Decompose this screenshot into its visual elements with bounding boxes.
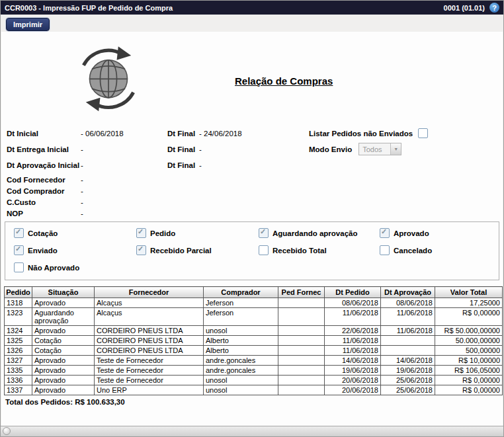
table-cell: 500,00000 <box>435 346 503 356</box>
listar-pedidos-label: Listar Pedidos não Enviados <box>309 130 413 138</box>
checkbox-icon[interactable] <box>259 245 269 255</box>
filter-row-dt-entrega: Dt Entrega Inicial - Dt Final - Modo Env… <box>7 143 497 155</box>
table-cell <box>278 356 325 366</box>
table-cell: Jeferson <box>204 308 278 326</box>
table-cell: Aprovado <box>32 376 95 385</box>
status-filter-item: Aguardando aprovação <box>259 228 380 238</box>
checkbox-icon[interactable] <box>136 228 146 238</box>
checkbox-icon[interactable] <box>259 228 269 238</box>
status-filter-label: Não Aprovado <box>28 264 79 272</box>
filter-row-nop: NOP - <box>7 208 497 218</box>
filter-value: - <box>81 210 167 218</box>
table-cell: 1324 <box>5 326 32 336</box>
scrollbar-thumb[interactable] <box>3 427 11 435</box>
table-cell: 1337 <box>5 385 32 395</box>
table-cell: CORDEIRO PNEUS LTDA <box>95 326 204 336</box>
modo-envio-label: Modo Envio <box>309 145 352 153</box>
filter-row-cod-fornecedor: Cod Fornecedor - <box>7 175 497 184</box>
filter-value: - 24/06/2018 <box>199 130 309 138</box>
table-row: 1325CotaçãoCORDEIRO PNEUS LTDAAlberto11/… <box>5 336 503 346</box>
modo-envio-value: Todos <box>359 145 390 153</box>
table-cell: 11/06/2018 <box>325 308 381 326</box>
table-cell: Jeferson <box>204 298 278 308</box>
checkbox-icon[interactable] <box>14 228 24 238</box>
table-row: 1323Aguardando aprovaçãoAlcaçusJeferson1… <box>5 308 503 326</box>
status-filter-item: Recebido Parcial <box>136 245 259 255</box>
checkbox-icon[interactable] <box>380 245 390 255</box>
listar-pedidos-checkbox[interactable] <box>418 128 428 138</box>
modo-envio-select[interactable]: Todos ▼ <box>358 143 401 155</box>
column-header: Dt Pedido <box>325 287 381 298</box>
table-cell: CORDEIRO PNEUS LTDA <box>95 346 204 356</box>
status-filter-grid: CotaçãoPedidoAguardando aprovaçãoAprovad… <box>14 228 490 272</box>
table-cell: 22/06/2018 <box>325 326 381 336</box>
table-cell: 14/06/2018 <box>325 356 381 366</box>
sync-globe-logo <box>71 36 146 119</box>
table-cell <box>278 385 325 395</box>
status-filter-item: Cotação <box>14 228 136 238</box>
filter-label: Dt Final <box>167 130 199 138</box>
table-cell <box>381 336 435 346</box>
table-cell: R$ 50.000,00000 <box>435 326 503 336</box>
table-cell: 25/06/2018 <box>381 376 435 385</box>
table-cell: 11/06/2018 <box>325 346 381 356</box>
table-cell: Alberto <box>204 336 278 346</box>
table-cell: 1326 <box>5 346 32 356</box>
table-cell: R$ 10,00000 <box>435 356 503 366</box>
chevron-down-icon: ▼ <box>390 143 401 155</box>
filter-label: Dt Entrega Inicial <box>7 145 81 153</box>
table-cell: Alcaçus <box>95 298 204 308</box>
checkbox-icon[interactable] <box>14 262 24 272</box>
table-cell: 20/06/2018 <box>325 376 381 385</box>
table-cell <box>278 346 325 356</box>
column-header: Ped Fornec <box>278 287 325 298</box>
table-cell: 19/06/2018 <box>325 366 381 376</box>
table-cell: Aprovado <box>32 298 95 308</box>
filter-value: - 06/06/2018 <box>81 130 167 138</box>
table-cell: Uno ERP <box>95 385 204 395</box>
table-cell: R$ 0,00000 <box>435 385 503 395</box>
report-title: Relação de Compras <box>235 75 333 87</box>
table-cell: unosol <box>204 376 278 385</box>
filter-value: - <box>199 145 309 153</box>
table-cell: 50.000,00000 <box>435 336 503 346</box>
column-header: Fornecedor <box>95 287 204 298</box>
table-cell: andre.goncales <box>204 366 278 376</box>
table-cell: 1325 <box>5 336 32 346</box>
status-filter-item: Enviado <box>14 245 136 255</box>
print-button[interactable]: Imprimir <box>6 18 50 31</box>
horizontal-scrollbar[interactable] <box>1 426 503 436</box>
filter-label: Dt Final <box>167 161 199 169</box>
listar-pedidos-group: Listar Pedidos não Enviados <box>309 128 428 138</box>
filter-row-cod-comprador: Cod Comprador - <box>7 186 497 196</box>
status-filter-item: Pedido <box>136 228 259 238</box>
checkbox-icon[interactable] <box>380 228 390 238</box>
status-filter-box: CotaçãoPedidoAguardando aprovaçãoAprovad… <box>5 221 499 280</box>
filter-value: - <box>81 187 167 195</box>
column-header: Valor Total <box>435 287 503 298</box>
table-cell: Teste de Fornecedor <box>95 376 204 385</box>
table-cell: unosol <box>204 385 278 395</box>
filter-row-ccusto: C.Custo - <box>7 197 497 207</box>
modo-envio-group: Modo Envio Todos ▼ <box>309 143 401 155</box>
table-header-row: PedidoSituaçãoFornecedorCompradorPed For… <box>5 287 503 298</box>
column-header: Pedido <box>5 287 32 298</box>
checkbox-icon[interactable] <box>14 245 24 255</box>
table-cell: 14/06/2018 <box>381 356 435 366</box>
filter-label: Cod Fornecedor <box>7 176 81 184</box>
status-filter-label: Pedido <box>150 229 175 237</box>
table-cell: Aprovado <box>32 326 95 336</box>
status-filter-item: Aprovado <box>380 228 490 238</box>
table-row: 1337AprovadoUno ERPunosol20/06/201825/06… <box>5 385 503 395</box>
filter-label: NOP <box>7 210 81 218</box>
filter-label: Cod Comprador <box>7 187 81 195</box>
filter-value: - <box>81 198 167 206</box>
table-cell: Cotação <box>32 346 95 356</box>
checkbox-icon[interactable] <box>136 245 146 255</box>
table-cell: Aprovado <box>32 366 95 376</box>
table-cell: 08/06/2018 <box>381 298 435 308</box>
filter-row-dt-inicial: Dt Inicial - 06/06/2018 Dt Final - 24/06… <box>7 128 497 138</box>
filter-label: C.Custo <box>7 198 81 206</box>
window-title: CCR0003 - Impressão FUP de Pedido de Com… <box>5 4 444 12</box>
help-icon[interactable]: ? <box>489 3 499 13</box>
